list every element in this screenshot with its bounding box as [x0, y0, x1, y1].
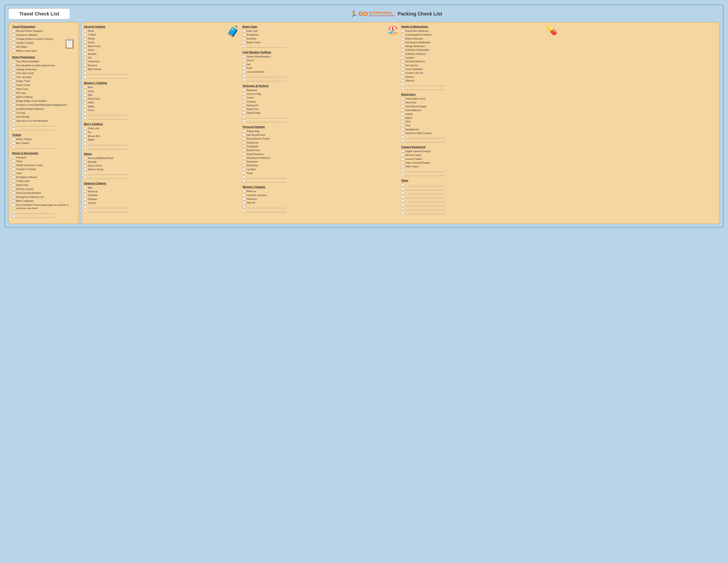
blank-check-box[interactable]: [243, 115, 246, 118]
check-box[interactable]: [243, 108, 246, 110]
check-box[interactable]: [401, 30, 404, 32]
check-box[interactable]: [243, 156, 246, 159]
check-box[interactable]: [243, 190, 246, 192]
blank-check-box[interactable]: [84, 176, 87, 179]
check-box[interactable]: [84, 64, 87, 67]
check-box[interactable]: [243, 63, 246, 66]
check-box[interactable]: [12, 84, 15, 86]
check-box[interactable]: [243, 92, 246, 95]
blank-check-box[interactable]: [401, 87, 404, 90]
check-box[interactable]: [401, 41, 404, 44]
check-box[interactable]: [243, 194, 246, 196]
check-box[interactable]: [84, 60, 87, 63]
check-box[interactable]: [12, 203, 15, 206]
check-box[interactable]: [84, 90, 87, 92]
blank-check-box[interactable]: [243, 45, 246, 47]
check-box[interactable]: [401, 56, 404, 59]
blank-check-box[interactable]: [12, 127, 15, 130]
blank-check-box[interactable]: [84, 142, 87, 145]
blank-check-box[interactable]: [401, 139, 404, 142]
blank-check-box[interactable]: [401, 207, 404, 210]
check-box[interactable]: [84, 131, 87, 133]
check-box[interactable]: [243, 100, 246, 103]
blank-check-box[interactable]: [401, 169, 404, 172]
check-box[interactable]: [401, 132, 404, 134]
check-box[interactable]: [12, 68, 15, 71]
check-box[interactable]: [84, 86, 87, 88]
blank-check-box[interactable]: [401, 173, 404, 176]
check-box[interactable]: [243, 201, 246, 204]
check-box[interactable]: [84, 201, 87, 204]
check-box[interactable]: [84, 198, 87, 200]
blank-check-box[interactable]: [12, 146, 15, 148]
check-box[interactable]: [84, 186, 87, 189]
blank-check-box[interactable]: [243, 179, 246, 182]
blank-check-box[interactable]: [243, 175, 246, 178]
check-box[interactable]: [243, 59, 246, 62]
check-box[interactable]: [243, 111, 246, 114]
blank-check-box[interactable]: [84, 117, 87, 119]
blank-check-box[interactable]: [401, 183, 404, 186]
check-box[interactable]: [401, 154, 404, 156]
check-box[interactable]: [84, 157, 87, 159]
check-box[interactable]: [12, 96, 15, 98]
check-box[interactable]: [243, 168, 246, 171]
blank-check-box[interactable]: [401, 195, 404, 198]
blank-check-box[interactable]: [243, 205, 246, 208]
check-box[interactable]: [401, 64, 404, 67]
check-box[interactable]: [401, 165, 404, 168]
check-box[interactable]: [84, 53, 87, 55]
check-box[interactable]: [401, 79, 404, 82]
check-box[interactable]: [401, 33, 404, 36]
blank-check-box[interactable]: [84, 172, 87, 175]
check-box[interactable]: [401, 128, 404, 131]
check-box[interactable]: [12, 115, 15, 118]
check-box[interactable]: [12, 41, 15, 44]
check-box[interactable]: [84, 56, 87, 59]
check-box[interactable]: [243, 141, 246, 144]
check-box[interactable]: [84, 127, 87, 130]
check-box[interactable]: [12, 176, 15, 178]
blank-check-box[interactable]: [84, 209, 87, 212]
check-box[interactable]: [243, 70, 246, 73]
blank-check-box[interactable]: [243, 78, 246, 81]
check-box[interactable]: [12, 100, 15, 102]
check-box[interactable]: [84, 164, 87, 167]
check-box[interactable]: [243, 55, 246, 58]
check-box[interactable]: [84, 194, 87, 196]
check-box[interactable]: [12, 188, 15, 190]
check-box[interactable]: [243, 164, 246, 167]
check-box[interactable]: [243, 153, 246, 155]
check-box[interactable]: [84, 49, 87, 51]
check-box[interactable]: [84, 45, 87, 47]
check-box[interactable]: [84, 30, 87, 32]
blank-check-box[interactable]: [401, 83, 404, 86]
blank-check-box[interactable]: [401, 191, 404, 194]
check-box[interactable]: [401, 101, 404, 104]
check-box[interactable]: [84, 138, 87, 141]
check-box[interactable]: [401, 113, 404, 115]
check-box[interactable]: [12, 195, 15, 198]
check-box[interactable]: [12, 64, 15, 67]
check-box[interactable]: [12, 172, 15, 174]
check-box[interactable]: [243, 104, 246, 107]
check-box[interactable]: [12, 168, 15, 170]
check-box[interactable]: [243, 30, 246, 32]
check-box[interactable]: [401, 45, 404, 47]
check-box[interactable]: [12, 103, 15, 106]
check-box[interactable]: [12, 76, 15, 78]
blank-check-box[interactable]: [243, 119, 246, 122]
check-box[interactable]: [12, 72, 15, 74]
blank-check-box[interactable]: [243, 74, 246, 77]
check-box[interactable]: [401, 68, 404, 70]
check-box[interactable]: [401, 75, 404, 78]
check-box[interactable]: [243, 160, 246, 163]
blank-check-box[interactable]: [12, 211, 15, 213]
check-box[interactable]: [84, 105, 87, 108]
check-box[interactable]: [401, 117, 404, 119]
check-box[interactable]: [12, 199, 15, 202]
blank-check-box[interactable]: [401, 135, 404, 138]
check-box[interactable]: [84, 190, 87, 193]
check-box[interactable]: [401, 120, 404, 123]
check-box[interactable]: [84, 97, 87, 100]
